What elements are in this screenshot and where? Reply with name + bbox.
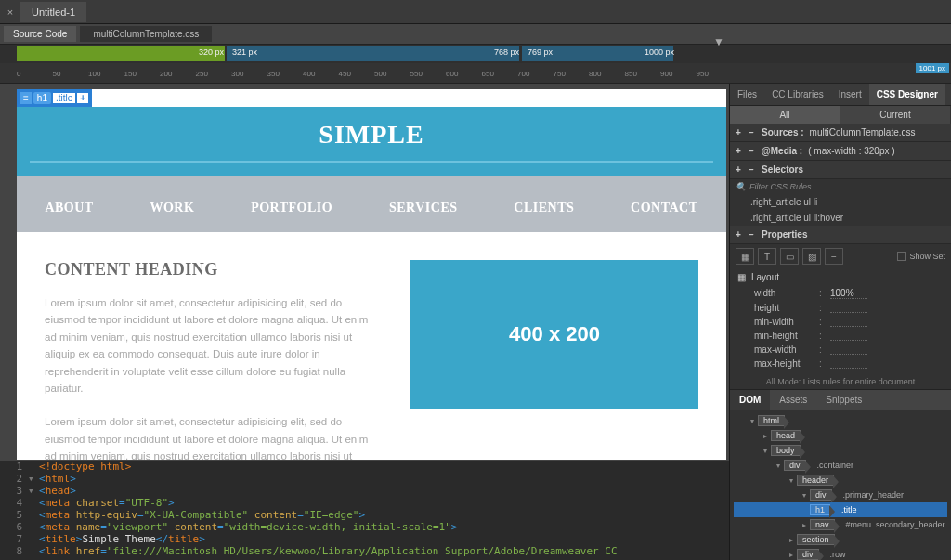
remove-icon[interactable]: − [749,164,762,175]
related-file-tab[interactable]: multiColumnTemplate.css [80,26,212,42]
preview-header[interactable]: SIMPLE [17,107,726,176]
layout-icon: ▦ [737,272,746,282]
selector-item[interactable]: .right_article ul li:hover [730,210,951,226]
filter-icon[interactable]: ▼ [710,24,727,59]
dom-node[interactable]: ▾html [734,413,947,428]
nav-item[interactable]: PORTFOLIO [251,201,332,215]
toggle-icon[interactable]: ▸ [786,551,797,559]
add-icon[interactable]: + [736,229,749,240]
properties-section-header[interactable]: + − Properties [730,226,951,244]
element-display[interactable]: ≡ h1 .title + [17,89,92,107]
property-row[interactable]: min-width: [737,315,944,329]
property-value[interactable] [830,303,867,313]
property-row[interactable]: width:100% [737,286,944,301]
panel-tab[interactable]: CC Libraries [764,84,831,105]
media-section-header[interactable]: + − @Media : ( max-width : 320px ) [730,142,951,161]
content-heading[interactable]: CONTENT HEADING [45,260,383,280]
toggle-icon[interactable]: ▾ [747,417,758,425]
selectors-section-header[interactable]: + − Selectors [730,161,951,179]
dom-node[interactable]: ▾header [734,473,947,488]
ruler-tick: 100 [88,70,100,78]
viewport-width-flag: 1001 px [916,63,949,73]
dom-panel-tab[interactable]: Assets [770,390,816,410]
dom-node[interactable]: ▾div.primary_header [734,488,947,502]
layout-category-icon[interactable]: ▦ [736,248,754,265]
property-row[interactable]: height: [737,301,944,315]
ruler-tick: 50 [53,70,61,78]
toggle-icon[interactable]: ▾ [786,476,797,485]
dom-node[interactable]: ▸nav#menu .secondary_header [734,517,947,532]
sources-section-header[interactable]: + − Sources : multiColumnTemplate.css [730,124,951,142]
more-category-icon[interactable]: − [825,248,843,265]
placeholder-image[interactable]: 400 x 200 [410,260,698,409]
nav-item[interactable]: WORK [150,201,194,215]
remove-icon[interactable]: − [749,127,762,137]
add-class-icon[interactable]: + [77,93,88,103]
dom-node[interactable]: ▸div.row [734,547,947,560]
panel-tab[interactable]: CSS Designer [869,84,945,105]
show-set-checkbox[interactable]: Show Set [897,252,945,261]
property-value[interactable] [830,345,867,355]
toggle-icon[interactable]: ▾ [760,447,771,455]
property-value[interactable] [830,358,867,369]
dom-node[interactable]: ▸head [734,428,947,443]
ruler-tick: 0 [17,70,20,78]
property-row[interactable]: max-height: [737,357,944,371]
panel-tab[interactable]: Files [730,84,764,105]
sources-value[interactable]: multiColumnTemplate.css [810,127,916,137]
property-value[interactable] [830,331,867,341]
layout-section-head: ▦ Layout [737,272,944,282]
ruler-tick: 600 [446,70,458,78]
add-icon[interactable]: + [736,146,749,156]
property-row[interactable]: min-height: [737,329,944,343]
toggle-icon[interactable]: ▾ [799,491,810,500]
border-category-icon[interactable]: ▭ [780,248,799,265]
dom-node[interactable]: +h1.title [734,502,947,517]
media-value[interactable]: ( max-width : 320px ) [808,146,894,156]
panel-tab[interactable]: Insert [831,84,869,105]
mq-label-1000: 1000 px [641,47,678,57]
dom-node[interactable]: ▾div.container [734,458,947,473]
add-icon[interactable]: + [736,164,749,175]
add-icon[interactable]: + [736,127,749,137]
dom-panel-tab[interactable]: Snippets [816,390,871,410]
nav-item[interactable]: CLIENTS [514,201,574,215]
filter-input[interactable]: Filter CSS Rules [749,182,812,191]
toggle-icon[interactable]: ▸ [799,521,810,529]
source-code-button[interactable]: Source Code [4,26,76,42]
mq-range-green[interactable] [17,46,225,61]
sources-label: Sources : [762,127,804,137]
property-row[interactable]: max-width: [737,343,944,357]
property-value[interactable]: 100% [830,288,867,299]
css-subtab[interactable]: All [730,106,840,124]
hamburger-icon[interactable]: ≡ [20,92,32,104]
toggle-icon[interactable]: ▸ [760,432,771,440]
ruler-tick: 650 [482,70,494,78]
dom-node[interactable]: ▾body [734,443,947,458]
selector-item[interactable]: .right_article ul li [730,194,951,210]
media-query-bar[interactable]: 320 px 321 px 768 px 769 px 1000 px [0,45,951,63]
site-title[interactable]: SIMPLE [30,120,713,163]
dom-panel-tab[interactable]: DOM [730,390,770,410]
properties-label: Properties [762,229,807,240]
remove-icon[interactable]: − [749,229,762,240]
right-panel-group: FilesCC LibrariesInsertCSS Designer AllC… [729,84,951,560]
nav-item[interactable]: ABOUT [45,201,93,215]
remove-icon[interactable]: − [749,146,762,156]
toggle-icon[interactable]: ▾ [773,462,784,470]
ruler-tick: 250 [196,70,208,78]
background-category-icon[interactable]: ▨ [802,248,821,265]
mq-range-blue1[interactable] [227,46,519,61]
nav-item[interactable]: SERVICES [389,201,458,215]
toggle-icon[interactable]: ▸ [786,536,797,544]
dom-node[interactable]: ▸section [734,532,947,547]
code-view[interactable]: 1 <!doctype html> 2▾<html> 3▾<head> 4 <m… [0,460,729,560]
css-subtab[interactable]: Current [840,106,951,124]
close-icon[interactable]: × [0,7,20,18]
content-paragraph[interactable]: Lorem ipsum dolor sit amet, consectetur … [45,294,383,397]
property-value[interactable] [830,317,867,327]
document-tab[interactable]: Untitled-1 [20,2,86,22]
ruler-tick: 750 [554,70,566,78]
text-category-icon[interactable]: T [758,248,776,265]
nav-item[interactable]: CONTACT [631,201,697,215]
